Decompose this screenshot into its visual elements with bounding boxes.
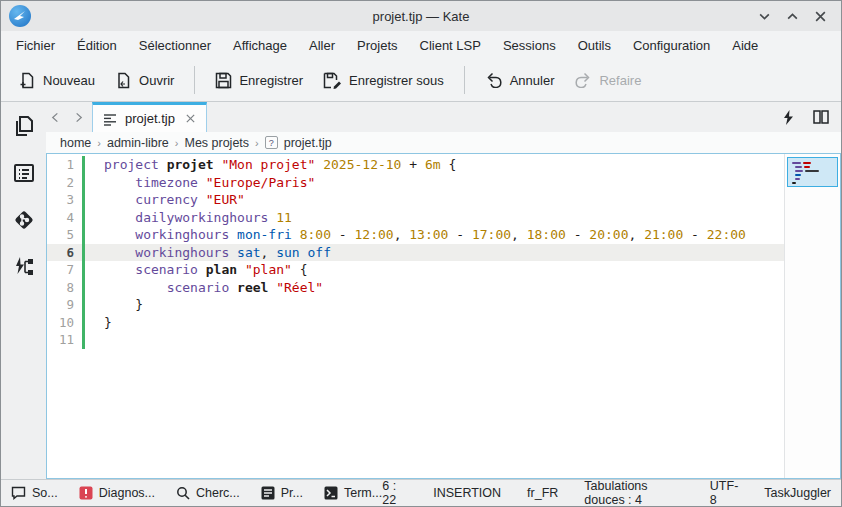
code-line-6[interactable]: 6 workinghours sat, sun off bbox=[47, 244, 784, 262]
menu-s-lectionner[interactable]: Sélectionner bbox=[128, 34, 222, 57]
line-number: 4 bbox=[47, 209, 79, 227]
code-line-10[interactable]: 10} bbox=[47, 314, 784, 332]
breadcrumb: home›admin-libre›Mes projets›?projet.tjp bbox=[46, 132, 841, 153]
text-editor[interactable]: 1project projet "Mon projet" 2025-12-10 … bbox=[46, 153, 841, 479]
panel-list-icon bbox=[12, 161, 36, 185]
code-token bbox=[159, 157, 167, 172]
breadcrumb-admin-libre[interactable]: admin-libre bbox=[107, 136, 169, 150]
code-line-7[interactable]: 7 scenario plan "plan" { bbox=[47, 261, 784, 279]
minimize-button[interactable] bbox=[755, 7, 773, 25]
code-token bbox=[237, 262, 245, 277]
code-token: 2025-12-10 bbox=[323, 157, 401, 172]
code-token: } bbox=[104, 297, 143, 312]
sidebar-lsp-symbols-button[interactable] bbox=[10, 253, 38, 281]
status-cursor-position[interactable]: 6 : 22 bbox=[382, 479, 407, 507]
code-text: timezone "Europe/Paris" bbox=[85, 174, 315, 192]
enregistrer-sous-button[interactable]: Enregistrer sous bbox=[313, 66, 454, 95]
sidebar-git-button[interactable] bbox=[10, 206, 38, 234]
editor-column: projet.tjp home›admin-libre›Mes projets›… bbox=[46, 102, 841, 479]
menu-sessions[interactable]: Sessions bbox=[492, 34, 567, 57]
code-token: - bbox=[683, 227, 706, 242]
status-pr-toggle[interactable]: Pr... bbox=[261, 486, 303, 500]
save-icon bbox=[215, 72, 232, 89]
menu-client-lsp[interactable]: Client LSP bbox=[409, 34, 492, 57]
code-token: plan bbox=[206, 262, 237, 277]
code-token: currency bbox=[135, 192, 198, 207]
close-icon[interactable] bbox=[185, 113, 196, 124]
code-token: 20:00 bbox=[589, 227, 628, 242]
line-number: 6 bbox=[47, 244, 79, 262]
code-token: sun bbox=[276, 245, 299, 260]
code-token: , bbox=[628, 227, 644, 242]
nouveau-button[interactable]: Nouveau bbox=[9, 66, 105, 95]
sidebar-documents-button[interactable] bbox=[10, 112, 38, 140]
document-new-icon bbox=[19, 72, 36, 89]
menu-projets[interactable]: Projets bbox=[346, 34, 408, 57]
ouvrir-button[interactable]: Ouvrir bbox=[105, 66, 184, 95]
breadcrumb-mes-projets[interactable]: Mes projets bbox=[184, 136, 249, 150]
text-document-icon bbox=[103, 112, 117, 126]
minimap-scrollbar[interactable] bbox=[784, 154, 840, 478]
annuler-button[interactable]: Annuler bbox=[475, 66, 565, 94]
tab-label: projet.tjp bbox=[125, 111, 175, 126]
code-line-4[interactable]: 4 dailyworkinghours 11 bbox=[47, 209, 784, 227]
chevron-right-icon[interactable] bbox=[73, 112, 84, 123]
status-encoding[interactable]: UTF-8 bbox=[710, 479, 738, 507]
code-token: "plan" bbox=[245, 262, 292, 277]
sidebar-tool-panel-button[interactable] bbox=[10, 159, 38, 187]
line-number: 5 bbox=[47, 226, 79, 244]
code-area: 1project projet "Mon projet" 2025-12-10 … bbox=[47, 154, 784, 478]
status-cherc-toggle[interactable]: Cherc... bbox=[176, 486, 240, 500]
menu-affichage[interactable]: Affichage bbox=[222, 34, 298, 57]
status-tab-settings[interactable]: Tabulations douces : 4 bbox=[584, 479, 684, 507]
tab-projet-tjp[interactable]: projet.tjp bbox=[92, 102, 207, 132]
toolbar-group: NouveauOuvrir bbox=[9, 59, 184, 101]
code-token bbox=[198, 262, 206, 277]
maximize-button[interactable] bbox=[783, 7, 801, 25]
code-line-2[interactable]: 2 timezone "Europe/Paris" bbox=[47, 174, 784, 192]
code-line-9[interactable]: 9 } bbox=[47, 296, 784, 314]
code-token: off bbox=[308, 245, 331, 260]
code-line-3[interactable]: 3 currency "EUR" bbox=[47, 191, 784, 209]
code-token: } bbox=[104, 315, 112, 330]
status-dictionary[interactable]: fr_FR bbox=[527, 486, 558, 500]
menu-aller[interactable]: Aller bbox=[298, 34, 346, 57]
code-text: } bbox=[85, 314, 112, 332]
breadcrumb-file[interactable]: projet.tjp bbox=[284, 136, 332, 150]
status-input-mode[interactable]: INSERTION bbox=[433, 486, 501, 500]
code-token: , bbox=[511, 227, 527, 242]
code-token: "Réel" bbox=[276, 280, 323, 295]
menu-outils[interactable]: Outils bbox=[567, 34, 622, 57]
minimap-view-indicator[interactable] bbox=[787, 157, 838, 187]
unknown-file-icon: ? bbox=[265, 136, 278, 149]
refaire-button: Refaire bbox=[564, 66, 651, 94]
title-bar[interactable]: projet.tjp — Kate bbox=[1, 1, 841, 31]
chevron-left-icon[interactable] bbox=[50, 112, 61, 123]
status-so-toggle[interactable]: So... bbox=[11, 486, 58, 500]
enregistrer-button[interactable]: Enregistrer bbox=[205, 66, 313, 95]
toolbar-button-label: Enregistrer bbox=[239, 73, 303, 88]
lightning-icon[interactable] bbox=[782, 110, 795, 125]
split-view-icon[interactable] bbox=[813, 110, 829, 124]
menu-aide[interactable]: Aide bbox=[721, 34, 769, 57]
code-line-1[interactable]: 1project projet "Mon projet" 2025-12-10 … bbox=[47, 156, 784, 174]
status-diagnos-toggle[interactable]: Diagnos... bbox=[79, 486, 155, 500]
code-text: dailyworkinghours 11 bbox=[85, 209, 292, 227]
close-button[interactable] bbox=[811, 7, 829, 25]
breadcrumb-home[interactable]: home bbox=[60, 136, 91, 150]
line-number: 1 bbox=[47, 156, 79, 174]
save-as-icon bbox=[323, 72, 342, 89]
code-line-11[interactable]: 11 bbox=[47, 331, 784, 349]
menu-configuration[interactable]: Configuration bbox=[622, 34, 721, 57]
code-token: - bbox=[566, 227, 589, 242]
status-term-toggle[interactable]: Term... bbox=[324, 486, 382, 500]
status-syntax-mode[interactable]: TaskJuggler bbox=[764, 486, 831, 500]
code-line-5[interactable]: 5 workinghours mon-fri 8:00 - 12:00, 13:… bbox=[47, 226, 784, 244]
tab-actions bbox=[782, 102, 841, 132]
code-token: 21:00 bbox=[644, 227, 683, 242]
tool-sidebar bbox=[1, 102, 46, 479]
menu-fichier[interactable]: Fichier bbox=[5, 34, 66, 57]
code-token: , bbox=[394, 227, 410, 242]
menu-dition[interactable]: Édition bbox=[66, 34, 128, 57]
code-line-8[interactable]: 8 scenario reel "Réel" bbox=[47, 279, 784, 297]
